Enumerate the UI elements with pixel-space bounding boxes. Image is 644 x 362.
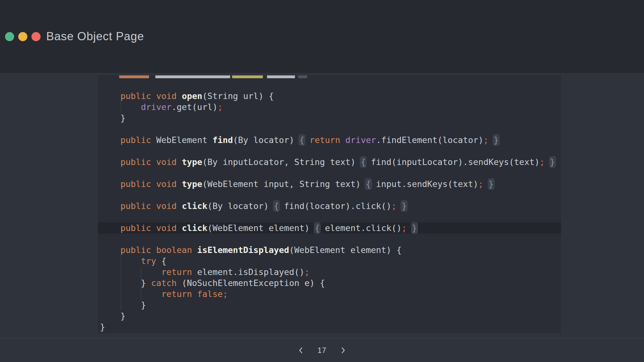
code-line: return element.isDisplayed(); (98, 266, 561, 277)
code-line: } (98, 310, 561, 321)
code-line: } (98, 321, 561, 332)
code-editor[interactable]: public void open(String url) { driver.ge… (98, 75, 561, 333)
chevron-left-icon (297, 347, 305, 354)
page-number: 17 (317, 346, 327, 355)
code-line: public void open(String url) { (98, 90, 561, 101)
traffic-light-red[interactable] (31, 32, 41, 41)
code-line: } (98, 112, 561, 123)
traffic-lights (5, 32, 41, 41)
code-line (98, 145, 561, 156)
code-line: try { (98, 255, 561, 266)
code-line-highlighted: public void click(WebElement element) { … (98, 222, 561, 233)
code-line: } (98, 299, 561, 310)
chevron-right-icon (339, 347, 347, 354)
code-line (98, 123, 561, 134)
code-line: } catch (NoSuchElementException e) { (98, 277, 561, 288)
code-line: return false; (98, 288, 561, 299)
window-title: Base Object Page (46, 30, 144, 43)
window: Base Object Page public void open(String… (0, 0, 644, 362)
code-line (98, 189, 561, 200)
title-bar: Base Object Page (0, 0, 644, 73)
traffic-light-yellow[interactable] (18, 32, 27, 41)
code-line: public void type(By inputLocator, String… (98, 156, 561, 167)
code-lines: public void open(String url) { driver.ge… (98, 90, 561, 332)
code-line (98, 233, 561, 244)
code-line: driver.get(url); (98, 101, 561, 112)
clipped-code-line (98, 75, 561, 78)
code-line (98, 211, 561, 222)
code-line: public boolean isElementDisplayed(WebEle… (98, 244, 561, 255)
pagination: 17 (0, 338, 644, 362)
code-line (98, 167, 561, 178)
next-page-button[interactable] (336, 343, 350, 357)
prev-page-button[interactable] (294, 343, 308, 357)
code-line: public void type(WebElement input, Strin… (98, 178, 561, 189)
traffic-light-green[interactable] (5, 32, 14, 41)
code-line: public void click(By locator) { find(loc… (98, 200, 561, 211)
code-line: public WebElement find(By locator) { ret… (98, 134, 561, 145)
